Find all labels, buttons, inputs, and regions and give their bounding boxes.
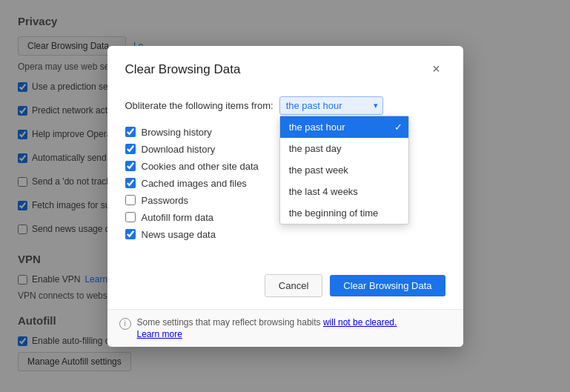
modal-overlay: Clear Browsing Data × Obliterate the fol… (0, 0, 570, 392)
clear-checkbox-3[interactable] (125, 178, 136, 188)
clear-label-0: Browsing history (142, 127, 212, 138)
dialog-info-bar: i Some settings that may reflect browsin… (107, 309, 463, 347)
dialog-close-button[interactable]: × (428, 61, 445, 79)
info-text-block: Some settings that may reflect browsing … (137, 317, 397, 339)
clear-label-5: Autofill form data (142, 212, 214, 223)
dropdown-option-label-0: the past hour (289, 122, 345, 133)
info-text: Some settings that may reflect browsing … (137, 317, 397, 328)
dropdown-menu: the past hour the past day the past week… (279, 116, 409, 225)
dropdown-option-1[interactable]: the past day (280, 138, 408, 159)
clear-checkbox-5[interactable] (125, 212, 136, 222)
clear-checkbox-6[interactable] (125, 229, 136, 239)
clear-label-4: Passwords (142, 195, 189, 206)
dropdown-option-3[interactable]: the last 4 weeks (280, 181, 408, 202)
clear-checkbox-4[interactable] (125, 195, 136, 205)
info-icon: i (119, 318, 131, 330)
clear-label-2: Cookies and other site data (142, 161, 259, 172)
info-learn-more-link[interactable]: Learn more (137, 329, 397, 339)
dropdown-option-2[interactable]: the past week (280, 159, 408, 181)
dialog-header: Clear Browsing Data × (107, 46, 463, 87)
clear-label-3: Cached images and files (142, 178, 247, 189)
time-range-dropdown[interactable]: the past hour (279, 96, 383, 115)
clear-checkbox-1[interactable] (125, 144, 136, 154)
dropdown-selected-value: the past hour (286, 100, 342, 111)
info-text-static: Some settings that may reflect browsing … (137, 317, 323, 328)
dropdown-option-label-4: the beginning of time (289, 207, 379, 219)
clear-browsing-data-dialog: Clear Browsing Data × Obliterate the fol… (107, 46, 463, 347)
dropdown-option-label-3: the last 4 weeks (289, 186, 358, 197)
clear-checkbox-2[interactable] (125, 161, 136, 171)
dialog-footer: Cancel Clear Browsing Data (107, 267, 463, 309)
obliterate-text: Obliterate the following items from: (125, 100, 274, 111)
cancel-button[interactable]: Cancel (265, 274, 322, 297)
confirm-clear-button[interactable]: Clear Browsing Data (330, 275, 445, 296)
obliterate-row: Obliterate the following items from: the… (125, 96, 445, 115)
dropdown-option-0[interactable]: the past hour (280, 116, 408, 138)
dropdown-option-4[interactable]: the beginning of time (280, 202, 408, 224)
clear-checkbox-0[interactable] (125, 127, 136, 137)
dropdown-option-label-1: the past day (289, 143, 342, 154)
clear-label-6: News usage data (142, 229, 216, 240)
dialog-body: Obliterate the following items from: the… (107, 87, 463, 267)
time-range-dropdown-wrapper: the past hour the past hour the past day… (279, 96, 383, 115)
dropdown-option-label-2: the past week (289, 165, 348, 176)
dialog-title: Clear Browsing Data (125, 62, 241, 77)
clear-label-1: Download history (142, 144, 216, 155)
will-not-be-cleared-link[interactable]: will not be cleared. (323, 317, 397, 328)
clear-item-6: News usage data (125, 229, 445, 240)
